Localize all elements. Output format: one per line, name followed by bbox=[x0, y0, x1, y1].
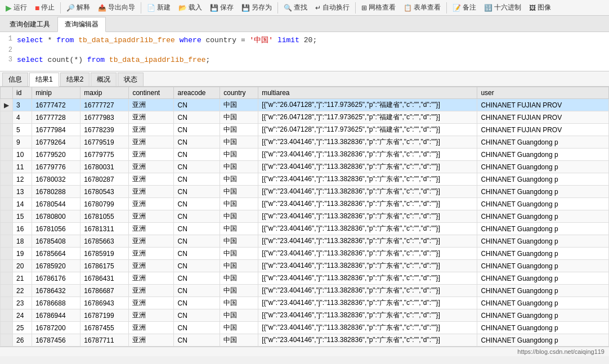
table-row[interactable]: 221678643216786687亚洲CN中国[{"w":"23.404146… bbox=[1, 285, 609, 297]
result-tab-result1[interactable]: 结果1 bbox=[29, 73, 59, 87]
table-row[interactable]: 241678694416787199亚洲CN中国[{"w":"23.404146… bbox=[1, 309, 609, 322]
image-button[interactable]: 🖼 图像 bbox=[526, 2, 554, 14]
row-indicator bbox=[1, 111, 13, 124]
table-row[interactable]: 151678080016781055亚洲CN中国[{"w":"23.404146… bbox=[1, 210, 609, 223]
new-button[interactable]: 📄 新建 bbox=[144, 2, 174, 14]
table-row[interactable]: 231678668816786943亚洲CN中国[{"w":"23.404146… bbox=[1, 297, 609, 309]
cell-minip: 16780800 bbox=[32, 210, 80, 223]
cell-continent: 亚洲 bbox=[129, 173, 174, 186]
cell-maxip: 16777727 bbox=[80, 99, 129, 111]
grid-button[interactable]: ⊞ 网格查看 bbox=[358, 2, 399, 14]
cell-multiarea: [{"w":"23.404146","j":"113.382836","p":"… bbox=[258, 322, 477, 334]
col-continent[interactable]: continent bbox=[129, 87, 174, 99]
cell-minip: 16779776 bbox=[32, 161, 80, 173]
save-button[interactable]: 💾 保存 bbox=[207, 2, 237, 14]
cell-country: 中国 bbox=[220, 334, 258, 347]
tab-query-builder[interactable]: 查询创建工具 bbox=[2, 17, 57, 32]
hex-label: 十六进制 bbox=[494, 3, 521, 12]
cell-id: 20 bbox=[13, 260, 32, 272]
cell-multiarea: [{"w":"23.404146","j":"113.382836","p":"… bbox=[258, 309, 477, 322]
saveas-button[interactable]: 💾 另存为 bbox=[238, 2, 275, 14]
col-country[interactable]: country bbox=[220, 87, 258, 99]
cell-areacode: CN bbox=[174, 309, 220, 322]
cell-user: CHINANET Guangdong p bbox=[477, 272, 609, 285]
col-multiarea[interactable]: multiarea bbox=[258, 87, 477, 99]
cell-user: CHINANET FUJIAN PROV bbox=[477, 111, 609, 124]
cell-areacode: CN bbox=[174, 272, 220, 285]
cell-country: 中国 bbox=[220, 272, 258, 285]
result-tab-info[interactable]: 信息 bbox=[2, 73, 28, 86]
note-button[interactable]: 📝 备注 bbox=[449, 2, 480, 14]
cell-maxip: 16780031 bbox=[80, 161, 129, 173]
stop-button[interactable]: ■ 停止 bbox=[32, 2, 58, 14]
table-row[interactable]: 261678745616787711亚洲CN中国[{"w":"23.404146… bbox=[1, 334, 609, 347]
table-row[interactable]: 41677772816777983亚洲CN中国[{"w":"26.047128"… bbox=[1, 111, 609, 124]
cell-multiarea: [{"w":"23.404146","j":"113.382836","p":"… bbox=[258, 248, 477, 260]
load-button[interactable]: 📂 载入 bbox=[175, 2, 205, 14]
new-label: 新建 bbox=[157, 3, 171, 12]
result-tab-overview[interactable]: 概况 bbox=[91, 73, 117, 86]
header-row: id minip maxip continent areacode countr… bbox=[1, 87, 609, 99]
cell-id: 13 bbox=[13, 186, 32, 198]
cell-country: 中国 bbox=[220, 124, 258, 136]
cell-country: 中国 bbox=[220, 99, 258, 111]
table-row[interactable]: 181678540816785663亚洲CN中国[{"w":"23.404146… bbox=[1, 235, 609, 248]
col-id[interactable]: id bbox=[13, 87, 32, 99]
row-indicator bbox=[1, 235, 13, 248]
cell-maxip: 16787455 bbox=[80, 322, 129, 334]
explain-button[interactable]: 🔎 解释 bbox=[63, 2, 93, 14]
cell-minip: 16785920 bbox=[32, 260, 80, 272]
table-row[interactable]: 91677926416779519亚洲CN中国[{"w":"23.404146"… bbox=[1, 136, 609, 149]
cell-maxip: 16781311 bbox=[80, 223, 129, 235]
sep5 bbox=[446, 2, 447, 14]
cell-id: 24 bbox=[13, 309, 32, 322]
table-row[interactable]: 201678592016786175亚洲CN中国[{"w":"23.404146… bbox=[1, 260, 609, 272]
table-row[interactable]: 251678720016787455亚洲CN中国[{"w":"23.404146… bbox=[1, 322, 609, 334]
table-row[interactable]: 111677977616780031亚洲CN中国[{"w":"23.404146… bbox=[1, 161, 609, 173]
find-button[interactable]: 🔍 查找 bbox=[280, 2, 311, 14]
result-tab-status[interactable]: 状态 bbox=[118, 73, 144, 86]
grid-icon: ⊞ bbox=[361, 4, 367, 12]
table-row[interactable]: 211678617616786431亚洲CN中国[{"w":"23.404146… bbox=[1, 272, 609, 285]
row-indicator bbox=[1, 124, 13, 136]
cell-continent: 亚洲 bbox=[129, 99, 174, 111]
cell-id: 5 bbox=[13, 124, 32, 136]
table-row[interactable]: 161678105616781311亚洲CN中国[{"w":"23.404146… bbox=[1, 223, 609, 235]
cell-areacode: CN bbox=[174, 334, 220, 347]
row-indicator bbox=[1, 322, 13, 334]
cell-minip: 16787200 bbox=[32, 322, 80, 334]
col-user[interactable]: user bbox=[477, 87, 609, 99]
table-row[interactable]: 51677798416778239亚洲CN中国[{"w":"26.047128"… bbox=[1, 124, 609, 136]
sql-editor[interactable]: 1 select * from tb_data_ipaddrlib_free w… bbox=[0, 32, 609, 71]
cell-multiarea: [{"w":"23.404146","j":"113.382836","p":"… bbox=[258, 210, 477, 223]
cell-continent: 亚洲 bbox=[129, 198, 174, 210]
cell-continent: 亚洲 bbox=[129, 235, 174, 248]
wrap-button[interactable]: ↵ 自动换行 bbox=[312, 2, 353, 14]
tab-query-editor[interactable]: 查询编辑器 bbox=[57, 17, 106, 32]
export-button[interactable]: 📤 导出向导 bbox=[95, 2, 138, 14]
table-row[interactable]: 141678054416780799亚洲CN中国[{"w":"23.404146… bbox=[1, 198, 609, 210]
run-button[interactable]: ▶ 运行 bbox=[2, 2, 30, 14]
data-table: id minip maxip continent areacode countr… bbox=[0, 87, 609, 347]
cell-minip: 16777472 bbox=[32, 99, 80, 111]
table-row[interactable]: 101677952016779775亚洲CN中国[{"w":"23.404146… bbox=[1, 149, 609, 161]
result-tab-result2[interactable]: 结果2 bbox=[60, 73, 90, 86]
cell-id: 4 bbox=[13, 111, 32, 124]
col-areacode[interactable]: areacode bbox=[174, 87, 220, 99]
table-row[interactable]: 121678003216780287亚洲CN中国[{"w":"23.404146… bbox=[1, 173, 609, 186]
cell-id: 21 bbox=[13, 272, 32, 285]
table-row[interactable]: ▶31677747216777727亚洲CN中国[{"w":"26.047128… bbox=[1, 99, 609, 111]
stop-icon: ■ bbox=[35, 3, 39, 12]
cell-continent: 亚洲 bbox=[129, 334, 174, 347]
form-button[interactable]: 📋 表单查看 bbox=[400, 2, 444, 14]
cell-multiarea: [{"w":"23.404146","j":"113.382836","p":"… bbox=[258, 272, 477, 285]
col-minip[interactable]: minip bbox=[32, 87, 80, 99]
cell-areacode: CN bbox=[174, 161, 220, 173]
cell-id: 12 bbox=[13, 173, 32, 186]
col-maxip[interactable]: maxip bbox=[80, 87, 129, 99]
table-row[interactable]: 191678566416785919亚洲CN中国[{"w":"23.404146… bbox=[1, 248, 609, 260]
hex-button[interactable]: 🔢 十六进制 bbox=[481, 2, 525, 14]
cell-multiarea: [{"w":"23.404146","j":"113.382836","p":"… bbox=[258, 136, 477, 149]
row-indicator bbox=[1, 136, 13, 149]
table-row[interactable]: 131678028816780543亚洲CN中国[{"w":"23.404146… bbox=[1, 186, 609, 198]
